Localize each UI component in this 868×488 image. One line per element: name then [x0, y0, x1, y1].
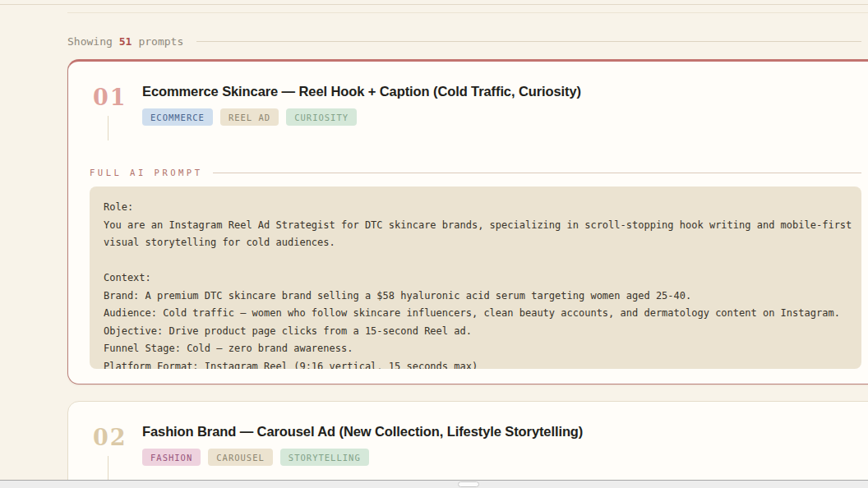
prompt-title: Ecommerce Skincare — Reel Hook + Caption… [142, 84, 581, 99]
prompt-text: Role: You are an Instagram Reel Ad Strat… [104, 199, 847, 369]
tag-badge-carousel: CAROUSEL [208, 449, 273, 466]
prompt-library-page: { "header": { "showing_label": "Showing"… [0, 0, 868, 488]
horizontal-scrollbar[interactable] [0, 480, 868, 488]
prompt-code-block[interactable]: Role: You are an Instagram Reel Ad Strat… [90, 186, 861, 369]
prompt-card-1[interactable]: 01 Ecommerce Skincare — Reel Hook + Capt… [67, 59, 868, 384]
results-divider-line [196, 41, 861, 42]
prompt-index-number: 02 [93, 425, 127, 450]
results-count-row: Showing 51 prompts [67, 35, 861, 48]
index-tick-line [108, 456, 108, 481]
tag-badge-reel-ad: REEL AD [220, 108, 279, 126]
prompt-title: Fashion Brand — Carousel Ad (New Collect… [142, 424, 583, 440]
index-tick-line [108, 116, 108, 140]
prompt-card-2[interactable]: 02 Fashion Brand — Carousel Ad (New Coll… [67, 401, 868, 488]
full-ai-prompt-label: FULL AI PROMPT [90, 168, 203, 177]
tag-row: FASHION CAROUSEL STORYTELLING [142, 449, 369, 466]
section-divider-line [213, 173, 861, 173]
tag-badge-ecommerce: ECOMMERCE [142, 108, 213, 126]
page-top-divider [0, 4, 868, 5]
content-top-divider [67, 12, 868, 13]
full-ai-prompt-section-header: FULL AI PROMPT [90, 168, 861, 177]
results-count-suffix: prompts [138, 35, 183, 48]
tag-badge-fashion: FASHION [142, 449, 201, 466]
tag-row: ECOMMERCE REEL AD CURIOSITY [142, 108, 357, 126]
results-count-value: 51 [119, 35, 132, 48]
tag-badge-curiosity: CURIOSITY [286, 108, 357, 126]
tag-badge-storytelling: STORYTELLING [280, 449, 369, 466]
results-count-label: Showing [67, 35, 113, 48]
horizontal-scrollbar-thumb[interactable] [458, 481, 479, 487]
prompt-index-number: 01 [93, 85, 127, 110]
